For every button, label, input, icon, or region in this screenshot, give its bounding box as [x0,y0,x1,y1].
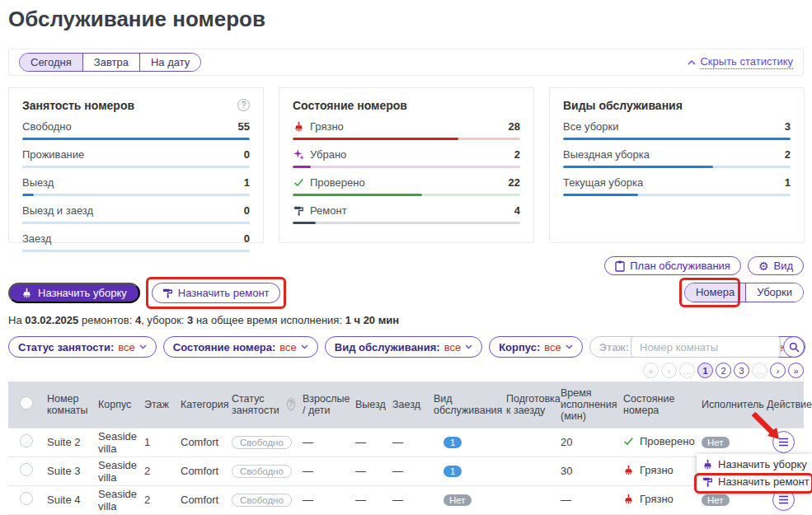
col-service-type: Вид обслуживания [429,382,502,428]
roller-icon [702,476,713,487]
building-name: Seaside villa [94,456,140,485]
building-name: Seaside villa [94,428,140,456]
col-occupancy-status: Статус занятости? [228,382,298,428]
service-types-card: Виды обслуживания Все уборки3 Выездная у… [549,87,805,243]
menu-assign-repair[interactable]: Назначить ремонт [697,473,812,490]
rooms-cleanings-toggle: Номера Уборки [684,283,804,302]
exec-time-value: 20 [556,428,619,456]
row-context-menu: Назначить уборку Назначить ремонт [697,454,812,492]
progress-bar [293,222,520,224]
col-room: Номер комнаты [43,382,94,428]
chevron-down-icon [139,344,147,349]
building-name: Seaside villa [94,485,140,514]
page-ellipsis: … [752,363,767,378]
category-value: Comfort [176,428,228,456]
tab-today[interactable]: Сегодня [20,54,82,71]
search-button[interactable] [783,336,805,358]
chevron-down-icon [566,344,573,349]
select-all-checkbox[interactable] [20,396,33,410]
assign-cleaning-button[interactable]: Назначить уборку [8,283,140,303]
row-checkbox[interactable] [20,463,33,476]
col-executor: Исполнитель [697,382,763,428]
help-icon[interactable]: ? [237,99,250,111]
col-exec-time: Время исполнения (мин) [556,382,619,428]
progress-bar [22,166,250,168]
rooms-table: Номер комнаты Корпус Этаж Категория Стат… [8,382,804,515]
row-checkbox[interactable] [20,492,33,505]
service-count-badge: 1 [444,466,462,477]
roller-icon [162,288,173,298]
page-first[interactable]: « [643,363,659,378]
service-types-card-title: Виды обслуживания [563,99,791,112]
page-prev[interactable]: ‹ [661,363,677,378]
checked-icon [293,177,304,188]
condition-card-title: Состояние номеров [293,99,520,112]
page-2[interactable]: 2 [716,363,731,378]
stat-row: Свободно55 [22,119,250,140]
dirty-icon [623,494,634,504]
occupancy-card-title: Занятость номеров [22,99,134,112]
row-actions-button[interactable] [772,489,795,511]
stat-row: Выездная уборка2 [563,147,791,168]
broom-icon [702,459,713,470]
occupancy-badge: Свободно [232,436,292,449]
broom-icon [21,288,32,298]
stat-row: Ремонт 4 [293,203,520,224]
page-title: Обслуживание номеров [8,7,265,32]
page-3[interactable]: 3 [734,363,749,378]
condition-cell: Грязно [623,464,674,476]
stat-row: Выезд и заезд0 [22,203,250,224]
chevron-down-icon [465,344,472,349]
occupancy-badge: Свободно [232,465,292,478]
filter-room-condition[interactable]: Состояние номера: все [163,336,318,358]
progress-bar [563,194,791,196]
pagination: « ‹ … 1 2 3 … › » [643,363,804,378]
filter-service-type[interactable]: Вид обслуживания: все [325,336,482,358]
repair-icon [293,205,304,216]
progress-bar [22,194,250,196]
table-header-row: Номер комнаты Корпус Этаж Категория Стат… [8,382,804,428]
dirty-icon [293,121,304,132]
toggle-rooms[interactable]: Номера [685,283,745,302]
menu-assign-cleaning[interactable]: Назначить уборку [697,456,812,473]
filter-building[interactable]: Корпус: все [489,336,583,358]
room-search-input[interactable] [631,336,781,358]
category-value: Comfort [176,456,228,485]
progress-bar [22,222,250,224]
stat-row: Проверено 22 [293,175,520,196]
table-row: Suite 2 Seaside villa 1 Comfort Свободно… [8,428,804,456]
floor-value: 2 [140,485,176,514]
progress-bar [293,194,520,196]
service-plan-button[interactable]: План обслуживания [604,256,741,275]
assign-repair-button[interactable]: Назначить ремонт [152,283,280,303]
room-name: Suite 4 [43,485,94,514]
progress-bar [293,138,520,140]
stat-row: Текущая уборка1 [563,175,791,196]
toggle-cleanings[interactable]: Уборки [745,283,803,302]
hamburger-icon [778,495,789,504]
page-next[interactable]: › [770,363,786,378]
row-actions-button[interactable] [772,431,795,453]
view-button[interactable]: ⚙ Вид [748,256,804,275]
stat-row: Проживание0 [22,147,250,168]
help-icon[interactable]: ? [287,398,295,410]
page-1[interactable]: 1 [697,363,713,378]
row-checkbox[interactable] [20,434,33,447]
search-icon [789,342,800,353]
col-adults-children: Взрослые / дети [298,382,351,428]
col-floor: Этаж [140,382,176,428]
tab-tomorrow[interactable]: Завтра [82,54,139,71]
filter-occupancy-status[interactable]: Статус занятости: все [8,336,157,358]
summary-total-time: 1 ч 20 мин [345,314,400,326]
chevron-up-icon [688,60,696,65]
service-none-badge: Нет [444,494,472,506]
col-category: Категория [176,382,228,428]
page-last[interactable]: » [788,363,804,378]
summary-line: На 03.02.2025 ремонтов: 4, уборок: 3 на … [8,314,399,326]
floor-value: 2 [140,456,176,485]
tab-on-date[interactable]: На дату [139,54,200,71]
hide-statistics-link[interactable]: Скрыть статистику [688,55,793,69]
page-ellipsis: … [679,363,695,378]
col-checkout: Выезд [351,382,388,428]
stat-row: Убрано 2 [293,147,520,168]
